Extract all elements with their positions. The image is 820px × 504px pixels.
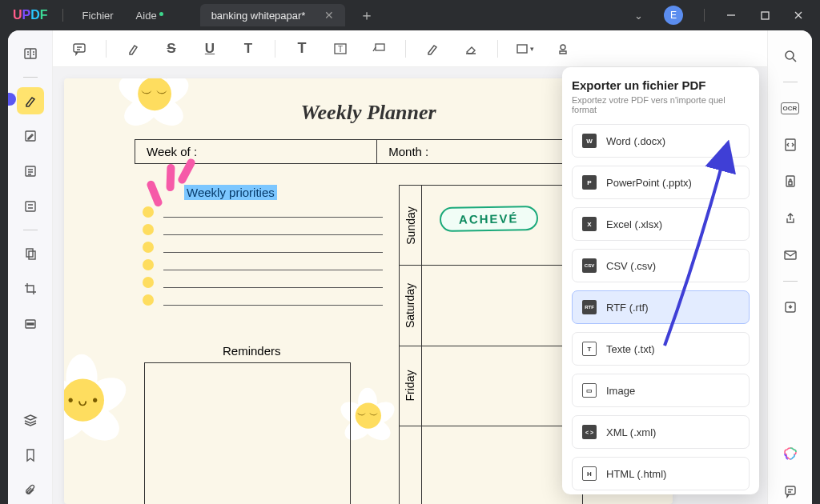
save-icon[interactable] [778,294,803,320]
page-title: Weekly Planner [104,101,633,125]
protect-icon[interactable] [778,169,803,194]
export-option-text[interactable]: TTexte (.txt) [572,332,750,366]
add-tab-button[interactable]: ＋ [360,6,374,25]
csv-icon: CSV [582,258,597,273]
minimize-button[interactable] [716,3,746,27]
format-label: RTF (.rtf) [606,302,648,314]
updf-cloud-icon[interactable] [778,442,803,467]
highlighter-tool-icon[interactable] [17,87,44,114]
strikethrough-tool-icon[interactable]: S [159,37,183,61]
layers-icon[interactable] [17,406,44,434]
divider [23,230,38,230]
completed-stamp: ACHEVÉ [440,206,538,232]
crop-icon[interactable] [17,275,44,302]
format-label: Word (.docx) [606,135,665,147]
export-option-word[interactable]: WWord (.docx) [572,124,750,158]
underline-tool-icon[interactable]: U [198,37,222,61]
mail-icon[interactable] [778,242,803,268]
day-cell-saturday: Saturday [399,265,583,345]
pencil-tool-icon[interactable] [420,37,444,61]
update-indicator-dot [159,12,163,16]
svg-rect-12 [74,44,85,52]
html-icon: H [582,466,597,481]
bookmark-icon[interactable] [17,442,44,469]
format-label: CSV (.csv) [606,260,656,272]
svg-rect-1 [762,12,769,19]
organize-pages-icon[interactable] [17,240,44,267]
export-option-image[interactable]: ▭Image [572,374,750,407]
day-label [400,426,422,504]
export-option-excel[interactable]: XExcel (.xlsx) [572,207,750,241]
export-option-rtf[interactable]: RTFRTF (.rtf) [572,290,750,324]
blank-line [163,294,383,306]
eraser-tool-icon[interactable] [459,37,483,61]
callout-tool-icon[interactable] [367,37,391,61]
svg-rect-22 [785,251,796,259]
word-icon: W [582,134,597,148]
export-option-html[interactable]: HHTML (.html) [572,457,750,490]
chat-icon[interactable] [778,478,803,504]
planner-header-row: Week of : Month : [135,139,583,164]
highlight-tool-icon[interactable] [121,37,145,61]
ocr-icon[interactable]: OCR [778,95,803,121]
squiggly-tool-icon[interactable]: T [236,37,260,61]
export-option-xml[interactable]: < >XML (.xml) [572,415,750,449]
attachment-icon[interactable] [17,477,44,504]
day-content [422,266,582,345]
divider [704,9,705,22]
window-controls: ⌄ E [626,3,814,27]
form-icon[interactable] [17,193,44,220]
close-icon[interactable]: ✕ [324,9,334,22]
export-panel: Exporter un fichier PDF Exportez votre P… [562,67,759,494]
divider [106,40,107,58]
user-avatar[interactable]: E [664,6,683,25]
reminders-heading: Reminders [223,344,383,358]
annotation-stroke [146,179,163,207]
format-label: PowerPoint (.pptx) [606,177,692,189]
edit-text-icon[interactable] [17,122,44,150]
svg-rect-7 [26,202,35,211]
priorities-heading: Weekly priorities [184,185,277,200]
divider [783,82,798,82]
search-icon[interactable] [778,43,803,69]
close-window-button[interactable] [783,3,814,27]
shape-tool-icon[interactable]: ▾ [512,37,537,61]
right-sidebar: OCR [767,30,812,504]
stamp-tool-icon[interactable] [551,37,575,61]
text-tool-icon[interactable]: T [290,37,314,61]
reader-mode-icon[interactable] [17,40,44,67]
text-icon: T [582,342,597,356]
annotation-toolbar: S U T T T ▾ [53,30,767,67]
convert-icon[interactable] [778,132,803,158]
format-label: XML (.xml) [606,426,656,438]
menu-help[interactable]: Aide [125,10,168,22]
svg-rect-21 [789,182,792,185]
rtf-icon: RTF [582,300,597,314]
divider [783,281,798,282]
comment-tool-icon[interactable] [67,37,91,61]
chevron-down-icon[interactable]: ⌄ [626,5,651,26]
priority-line [143,224,383,235]
month-cell: Month : [377,140,582,163]
share-icon[interactable] [778,206,803,231]
menu-file[interactable]: Fichier [71,10,125,22]
day-content [422,346,582,426]
page-view-icon[interactable] [17,158,44,185]
document-tab[interactable]: banking whitepapar* ✕ [200,4,346,26]
svg-rect-16 [517,45,527,53]
svg-rect-9 [29,251,35,259]
redact-icon[interactable] [17,310,44,338]
svg-point-17 [561,45,565,50]
export-option-powerpoint[interactable]: PPowerPoint (.pptx) [572,166,750,199]
days-column: Sunday ACHEVÉ Saturday Friday [399,185,583,504]
priority-line [143,259,383,270]
day-cell-partial [399,426,583,504]
export-option-csv[interactable]: CSVCSV (.csv) [572,249,750,282]
textbox-tool-icon[interactable]: T [328,37,352,61]
day-content: ACHEVÉ [422,186,582,265]
blank-line [163,224,383,235]
svg-rect-11 [27,323,34,325]
export-panel-subtitle: Exportez votre PDF vers n'importe quel f… [572,95,750,114]
bullet-icon [143,224,154,235]
maximize-button[interactable] [750,3,780,27]
